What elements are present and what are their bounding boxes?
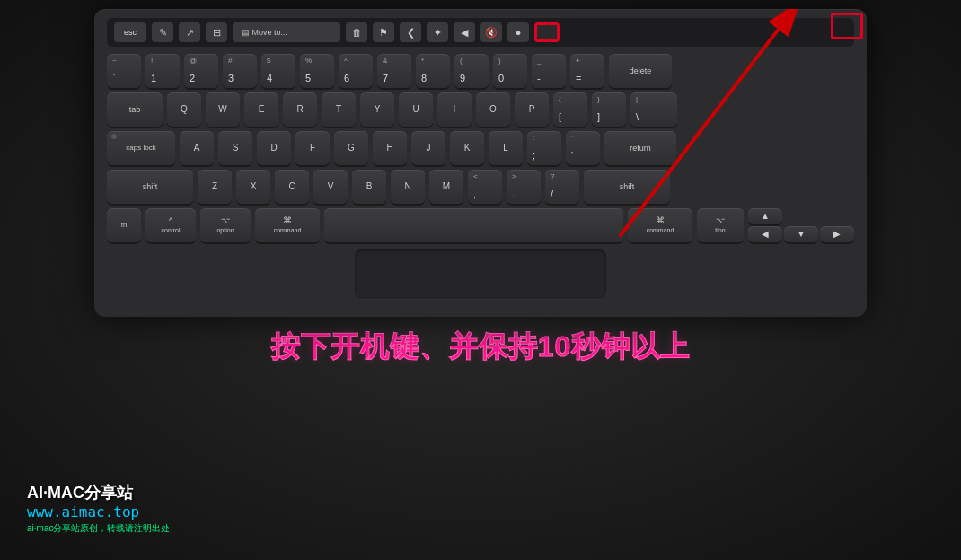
tb-url-bar[interactable]: ▤ Move to...	[233, 22, 340, 42]
key-equals[interactable]: +=	[570, 54, 604, 88]
key-j[interactable]: J	[411, 131, 445, 165]
key-row-4: shift Z X C V B N M <, >. ?/ shift	[107, 170, 854, 204]
key-backslash[interactable]: |\	[630, 92, 677, 127]
tb-flag-icon[interactable]: ⚑	[373, 22, 394, 42]
key-capslock[interactable]: caps lock	[107, 131, 175, 165]
key-tab[interactable]: tab	[107, 92, 163, 127]
key-i[interactable]: I	[437, 92, 472, 127]
key-command-left[interactable]: ⌘ command	[255, 208, 320, 242]
key-shift-left[interactable]: shift	[107, 170, 193, 204]
key-shift-right[interactable]: shift	[584, 170, 670, 204]
tb-trash-icon[interactable]: ⊟	[206, 22, 227, 42]
tb-volume-icon[interactable]: ◀	[454, 22, 475, 42]
tb-edit-icon[interactable]: ✎	[152, 22, 173, 42]
key-v[interactable]: V	[313, 170, 348, 204]
key-delete[interactable]: delete	[609, 54, 672, 88]
key-7[interactable]: &7	[377, 54, 411, 88]
key-row-3: caps lock A S D F G H J K L :; "' return	[107, 131, 854, 165]
key-b[interactable]: B	[352, 170, 386, 204]
key-tilde[interactable]: ~`	[107, 54, 141, 88]
key-8[interactable]: *8	[416, 54, 450, 88]
power-button[interactable]	[534, 22, 560, 42]
key-n[interactable]: N	[391, 170, 425, 204]
key-command-right[interactable]: ⌘ command	[628, 208, 692, 242]
key-5[interactable]: %5	[300, 54, 334, 88]
key-a[interactable]: A	[180, 131, 214, 165]
laptop-container: esc ✎ ↗ ⊟ ▤ Move to... 🗑 ⚑ ❮ ✦ ◀ 🔇 ● ~` …	[0, 0, 961, 560]
key-1[interactable]: !1	[145, 54, 180, 88]
key-3[interactable]: #3	[223, 54, 257, 88]
key-t[interactable]: T	[322, 92, 356, 127]
brand-copyright: ai·mac分享站原创，转载请注明出处	[27, 522, 170, 535]
tb-camera-icon[interactable]: ●	[507, 22, 529, 42]
key-p[interactable]: P	[515, 92, 549, 127]
key-return[interactable]: return	[604, 131, 676, 165]
key-bracket-close[interactable]: }]	[592, 92, 626, 127]
key-g[interactable]: G	[334, 131, 368, 165]
key-arrow-down[interactable]: ▼	[784, 226, 818, 242]
key-spacebar[interactable]	[324, 208, 623, 242]
key-arrow-up[interactable]: ▲	[748, 208, 782, 224]
key-0[interactable]: )0	[493, 54, 527, 88]
key-e[interactable]: E	[244, 92, 278, 127]
key-control[interactable]: ^ control	[145, 208, 196, 242]
key-u[interactable]: U	[399, 92, 433, 127]
tb-mute-icon[interactable]: 🔇	[480, 22, 502, 42]
key-period[interactable]: >.	[507, 170, 541, 204]
key-s[interactable]: S	[218, 131, 252, 165]
key-4[interactable]: $4	[261, 54, 295, 88]
key-c[interactable]: C	[275, 170, 309, 204]
tb-brightness-icon[interactable]: ✦	[427, 22, 448, 42]
key-d[interactable]: D	[257, 131, 291, 165]
key-row-1: ~` !1 @2 #3 $4 %5 ^6 &7 *8 (9 )0 _- += d…	[107, 54, 854, 88]
key-slash[interactable]: ?/	[545, 170, 579, 204]
key-h[interactable]: H	[373, 131, 407, 165]
key-r[interactable]: R	[283, 92, 317, 127]
brand-name: AI·MAC分享站	[27, 482, 170, 503]
key-semicolon[interactable]: :;	[527, 131, 561, 165]
trackpad[interactable]	[355, 249, 606, 299]
arrow-key-cluster: ▲ ◀ ▼ ▶	[748, 208, 854, 242]
key-arrow-right[interactable]: ▶	[820, 226, 854, 242]
instruction-text: 按下开机键、并保持10秒钟以上	[271, 328, 691, 367]
key-o[interactable]: O	[476, 92, 510, 127]
key-k[interactable]: K	[450, 131, 484, 165]
key-m[interactable]: M	[429, 170, 463, 204]
key-arrow-left[interactable]: ◀	[748, 226, 782, 242]
key-comma[interactable]: <,	[468, 170, 502, 204]
key-minus[interactable]: _-	[532, 54, 566, 88]
arrow-bottom-row: ◀ ▼ ▶	[748, 226, 854, 242]
key-f[interactable]: F	[295, 131, 330, 165]
keyboard-rows: ~` !1 @2 #3 $4 %5 ^6 &7 *8 (9 )0 _- += d…	[107, 54, 854, 242]
key-l[interactable]: L	[489, 131, 523, 165]
key-9[interactable]: (9	[454, 54, 489, 88]
key-option-left[interactable]: ⌥ option	[200, 208, 251, 242]
key-x[interactable]: X	[236, 170, 270, 204]
key-row-5: fn ^ control ⌥ option ⌘ command ⌘ comman…	[107, 208, 854, 242]
key-y[interactable]: Y	[360, 92, 394, 127]
key-option-right[interactable]: ⌥ tion	[697, 208, 744, 242]
tb-trash2-icon[interactable]: 🗑	[346, 22, 367, 42]
tb-share-icon[interactable]: ↗	[179, 22, 200, 42]
esc-key[interactable]: esc	[114, 22, 146, 42]
key-w[interactable]: W	[206, 92, 240, 127]
touch-bar: esc ✎ ↗ ⊟ ▤ Move to... 🗑 ⚑ ❮ ✦ ◀ 🔇 ●	[107, 18, 854, 47]
brand-url: www.aimac.top	[27, 503, 170, 521]
key-z[interactable]: Z	[198, 170, 232, 204]
key-quote[interactable]: "'	[566, 131, 600, 165]
keyboard-area: esc ✎ ↗ ⊟ ▤ Move to... 🗑 ⚑ ❮ ✦ ◀ 🔇 ● ~` …	[94, 9, 867, 317]
key-2[interactable]: @2	[184, 54, 218, 88]
tb-less-icon[interactable]: ❮	[400, 22, 421, 42]
branding: AI·MAC分享站 www.aimac.top ai·mac分享站原创，转载请注…	[27, 482, 170, 535]
key-fn[interactable]: fn	[107, 208, 141, 242]
key-bracket-open[interactable]: {[	[553, 92, 587, 127]
key-q[interactable]: Q	[167, 92, 201, 127]
key-6[interactable]: ^6	[339, 54, 373, 88]
key-row-2: tab Q W E R T Y U I O P {[ }] |\	[107, 92, 854, 127]
arrow-top-row: ▲	[748, 208, 854, 224]
